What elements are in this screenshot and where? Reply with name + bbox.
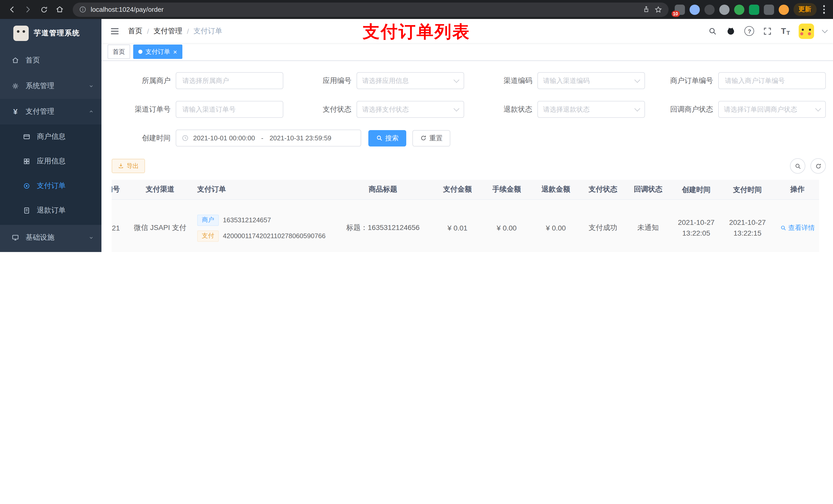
date-start: 2021-10-01 00:00:00	[193, 134, 255, 142]
breadcrumb: 首页 / 支付管理 / 支付订单	[128, 26, 222, 35]
table-toolbar: 导出	[112, 158, 827, 174]
pay-status-select[interactable]: 请选择支付状态	[357, 101, 464, 118]
cell-created-time: 2021-10-2713:22:05	[671, 217, 722, 239]
extension-icon-gray[interactable]	[719, 4, 729, 15]
browser-home-icon[interactable]	[53, 3, 67, 16]
profile-avatar-icon[interactable]	[779, 4, 789, 15]
chevron-down-icon	[88, 83, 94, 89]
breadcrumb-current: 支付订单	[194, 26, 222, 35]
cell-refund: ¥ 0.00	[531, 224, 580, 232]
sidebar-item-system[interactable]: 系统管理	[0, 73, 101, 99]
screen: localhost:1024/pay/order 10 更新 芋道管理系统	[0, 0, 833, 252]
extension-icon-drop[interactable]	[689, 4, 699, 15]
chevron-down-icon	[454, 77, 459, 83]
extension-icon-green-check[interactable]	[734, 4, 744, 15]
tag-home[interactable]: 首页	[108, 45, 130, 59]
channel-code-select[interactable]: 请输入渠道编码	[538, 72, 645, 89]
pay-tag: 支付	[197, 230, 219, 241]
filter-label-owner-merchant: 所属商户	[112, 76, 176, 85]
browser-menu-icon[interactable]	[821, 5, 827, 14]
sidebar-item-infra[interactable]: 基础设施	[0, 225, 101, 250]
chevron-down-icon	[88, 235, 94, 241]
cell-id: 21	[112, 224, 128, 232]
address-bar[interactable]: localhost:1024/pay/order	[73, 2, 668, 17]
notify-status-select[interactable]: 请选择订单回调商户状态	[718, 101, 826, 118]
tag-pay-order[interactable]: 支付订单 ×	[133, 45, 182, 59]
cell-notify-status: 未通知	[625, 223, 671, 233]
sidebar-submenu-payment: 商户信息 应用信息 支付订单 退款订单	[0, 124, 101, 225]
merchant-tag: 商户	[197, 214, 219, 225]
filter-label-notify-status: 回调商户状态	[654, 105, 718, 114]
gear-icon	[11, 82, 20, 90]
reset-button[interactable]: 重置	[412, 130, 450, 146]
browser-chrome: localhost:1024/pay/order 10 更新	[0, 0, 833, 19]
tags-view-bar: 首页 支付订单 ×	[101, 43, 833, 61]
filter-label-pay-status: 支付状态	[292, 105, 357, 114]
sidebar-item-pay-order[interactable]: 支付订单	[0, 174, 101, 198]
avatar-caret-icon[interactable]	[822, 27, 828, 33]
orders-table: 编号 支付渠道 支付订单 商品标题 支付金额 手续金额 退款金额 支付状态 回调…	[112, 180, 827, 252]
create-time-range-picker[interactable]: 2021-10-01 00:00:00 - 2021-10-31 23:59:5…	[176, 129, 361, 146]
chevron-down-icon	[635, 77, 640, 83]
tag-close-icon[interactable]: ×	[173, 48, 177, 55]
refresh-table-button[interactable]	[810, 158, 826, 174]
extension-icon-dark[interactable]	[704, 4, 714, 15]
annotation-title: 支付订单列表	[363, 21, 470, 44]
fullscreen-icon[interactable]	[763, 26, 772, 35]
share-icon[interactable]	[642, 6, 650, 13]
github-icon[interactable]	[726, 26, 736, 36]
browser-update-chip[interactable]: 更新	[793, 3, 816, 16]
site-info-icon[interactable]	[79, 6, 87, 13]
browser-back-icon[interactable]	[5, 3, 19, 16]
breadcrumb-section[interactable]: 支付管理	[154, 26, 182, 35]
date-end: 2021-10-31 23:59:59	[269, 134, 331, 142]
toggle-search-button[interactable]	[790, 158, 805, 174]
cell-status: 支付成功	[580, 223, 625, 233]
search-button[interactable]: 搜索	[368, 130, 406, 146]
help-icon[interactable]	[745, 26, 754, 36]
channel-order-no-input[interactable]	[176, 101, 283, 118]
user-avatar[interactable]	[799, 23, 814, 39]
breadcrumb-home[interactable]: 首页	[128, 26, 142, 35]
filter-label-channel-order-no: 渠道订单号	[112, 105, 176, 114]
owner-merchant-input[interactable]	[176, 72, 283, 89]
sidebar-item-refund-order[interactable]: 退款订单	[0, 198, 101, 223]
merchant-order-no-input[interactable]	[718, 72, 826, 89]
extension-badge: 10	[671, 10, 680, 17]
search-icon[interactable]	[708, 26, 717, 35]
export-button[interactable]: 导出	[112, 159, 145, 173]
cell-pay-order: 商户 1635312124657 支付 42000011742021102780…	[192, 214, 333, 241]
filter-label-create-time: 创建时间	[112, 134, 176, 143]
logo-avatar	[13, 26, 29, 41]
extensions-puzzle-icon[interactable]	[764, 4, 774, 15]
sidebar-item-payment[interactable]: ¥ 支付管理	[0, 99, 101, 124]
browser-extensions-area: 10 更新	[674, 3, 828, 16]
refund-status-select[interactable]: 请选择退款状态	[538, 101, 645, 118]
url-text: localhost:1024/pay/order	[91, 6, 638, 13]
yen-icon: ¥	[11, 107, 20, 116]
sidebar-item-app-info[interactable]: 应用信息	[0, 149, 101, 174]
cell-channel: 微信 JSAPI 支付	[128, 223, 192, 233]
browser-reload-icon[interactable]	[37, 3, 51, 16]
extension-icon-grid[interactable]: 10	[674, 4, 685, 15]
sidebar-item-dev-tools[interactable]: 研发工具	[0, 250, 101, 252]
font-size-icon[interactable]: TT	[781, 26, 790, 35]
navbar-actions: TT	[708, 23, 827, 39]
hamburger-icon[interactable]	[110, 26, 120, 36]
filter-label-refund-status: 退款状态	[473, 105, 538, 114]
app-title: 芋道管理系统	[34, 29, 80, 38]
table-body: 21 微信 JSAPI 支付 商户 1635312124657 支付 42000…	[112, 200, 819, 252]
view-detail-link[interactable]: 查看详情	[780, 223, 815, 233]
chevron-down-icon	[635, 106, 640, 112]
document-icon	[23, 207, 31, 215]
app-no-select[interactable]: 请选择应用信息	[357, 72, 464, 89]
app-logo[interactable]: 芋道管理系统	[0, 19, 101, 48]
bookmark-star-icon[interactable]	[654, 5, 662, 14]
home-icon	[11, 56, 20, 65]
cell-action: 查看详情	[773, 223, 822, 233]
extension-icon-chat[interactable]	[749, 4, 759, 15]
sidebar-item-home[interactable]: 首页	[0, 48, 101, 73]
browser-forward-icon[interactable]	[21, 3, 35, 16]
sidebar-item-merchant-info[interactable]: 商户信息	[0, 124, 101, 149]
filter-label-app-no: 应用编号	[292, 76, 357, 85]
